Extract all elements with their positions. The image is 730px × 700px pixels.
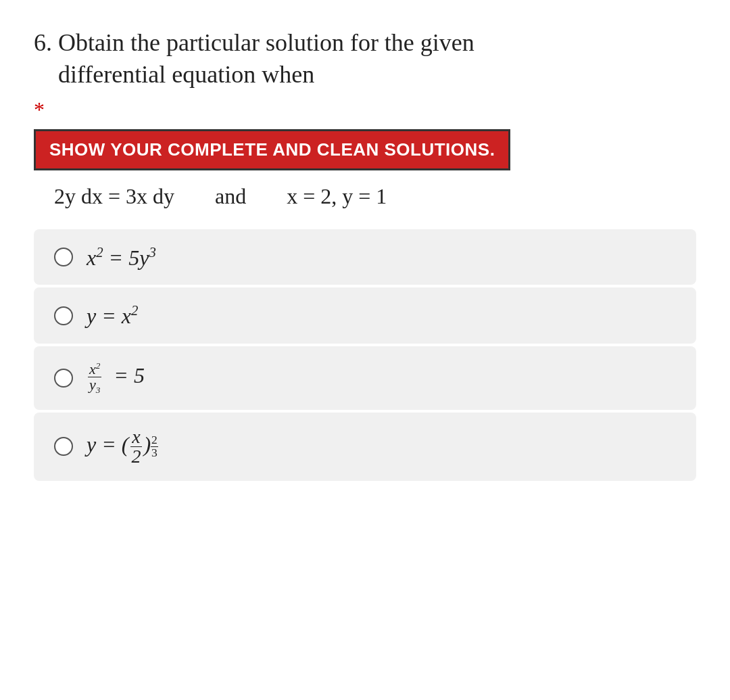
condition: x = 2, y = 1 bbox=[287, 184, 387, 209]
and-text: and bbox=[215, 184, 246, 209]
option-d-text: y = (x2)23 bbox=[87, 427, 158, 466]
option-a-text: x2 = 5y3 bbox=[87, 244, 156, 271]
option-d[interactable]: y = (x2)23 bbox=[34, 413, 696, 481]
asterisk: * bbox=[34, 97, 696, 122]
question-text: Obtain the particular solution for the g… bbox=[34, 29, 474, 88]
radio-a[interactable] bbox=[54, 248, 73, 266]
option-c-text: x2y3 = 5 bbox=[87, 361, 145, 395]
radio-b[interactable] bbox=[54, 306, 73, 325]
option-c[interactable]: x2y3 = 5 bbox=[34, 346, 696, 410]
option-b-text: y = x2 bbox=[87, 302, 138, 329]
equation-left: 2y dx = 3x dy bbox=[54, 184, 174, 209]
question-container: 6. Obtain the particular solution for th… bbox=[34, 27, 696, 481]
radio-c[interactable] bbox=[54, 369, 73, 388]
solutions-banner: SHOW YOUR COMPLETE AND CLEAN SOLUTIONS. bbox=[34, 129, 510, 170]
equation-row: 2y dx = 3x dy and x = 2, y = 1 bbox=[34, 184, 696, 209]
question-title: 6. Obtain the particular solution for th… bbox=[34, 27, 696, 91]
option-b[interactable]: y = x2 bbox=[34, 287, 696, 344]
option-a[interactable]: x2 = 5y3 bbox=[34, 229, 696, 285]
options-container: x2 = 5y3 y = x2 x2y3 = 5 y = (x2)23 bbox=[34, 229, 696, 481]
radio-d[interactable] bbox=[54, 437, 73, 456]
